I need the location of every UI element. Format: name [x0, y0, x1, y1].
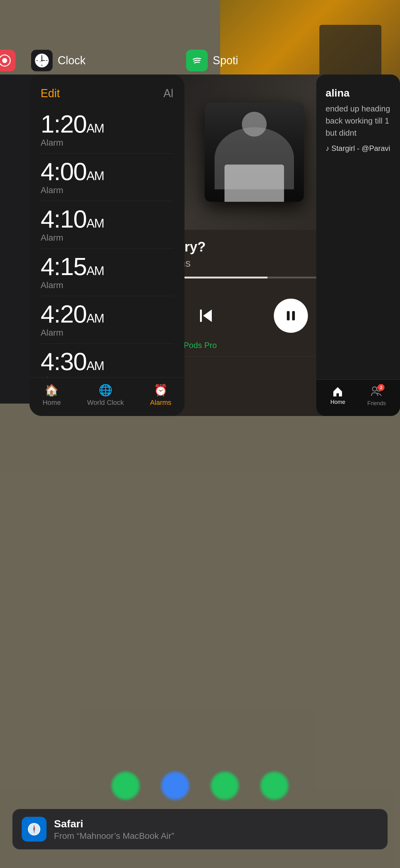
clock-app-name: Clock	[58, 54, 86, 67]
dock-blob-1	[112, 772, 139, 800]
bereal-nav-home[interactable]: Home	[330, 386, 345, 407]
album-art	[205, 102, 304, 202]
pause-button[interactable]	[274, 299, 308, 333]
svg-point-11	[41, 60, 43, 61]
alarm-item-1[interactable]: 1:20AM Alarm	[41, 106, 173, 154]
nav-home[interactable]: 🏠 Home	[42, 384, 61, 407]
section-label: Al	[163, 87, 173, 100]
alarm-item-3[interactable]: 4:10AM Alarm	[41, 201, 173, 249]
clock-app-card[interactable]: Edit Al 1:20AM Alarm 4:00AM Alarm 4:10AM…	[29, 74, 185, 416]
alarm-time-2: 4:00AM	[41, 159, 173, 184]
svg-rect-16	[292, 311, 295, 320]
bereal-card[interactable]: alina ended up heading back working till…	[316, 74, 400, 416]
alarm-list: 1:20AM Alarm 4:00AM Alarm 4:10AM Alarm 4…	[29, 106, 185, 416]
safari-icon	[22, 817, 46, 842]
friends-badge: 2	[378, 384, 385, 391]
dock-blob-4	[261, 772, 288, 800]
alarm-item-2[interactable]: 4:00AM Alarm	[41, 154, 173, 201]
alarm-time-5: 4:20AM	[41, 302, 173, 327]
nav-world-clock[interactable]: 🌐 World Clock	[87, 384, 124, 407]
svg-rect-15	[287, 311, 290, 320]
dock-blob-2	[161, 772, 189, 800]
notification-song: ♪ Stargirl - @Paravi	[326, 144, 391, 153]
portrait-shirt	[225, 164, 284, 202]
notification-username: alina	[326, 87, 391, 99]
drafts-app-label[interactable]	[0, 50, 15, 71]
bereal-nav-friends[interactable]: 2 Friends	[367, 386, 386, 407]
clock-bottom-nav: 🏠 Home 🌐 World Clock ⏰ Alarms	[29, 377, 185, 416]
clock-app-label-row[interactable]: Clock	[31, 50, 86, 71]
spotify-app-label-row[interactable]: Spoti	[186, 50, 238, 71]
alarm-label-3: Alarm	[41, 233, 173, 243]
nav-world-clock-label: World Clock	[87, 399, 124, 407]
alarm-time-3: 4:10AM	[41, 207, 173, 231]
alarm-label-5: Alarm	[41, 328, 173, 338]
alarm-label-1: Alarm	[41, 138, 173, 148]
edit-button[interactable]: Edit	[41, 87, 60, 100]
clock-app-icon	[31, 50, 53, 71]
alarm-label-2: Alarm	[41, 185, 173, 195]
handoff-text: Safari From “Mahnoor’s MacBook Air”	[54, 818, 174, 841]
nav-home-label: Home	[42, 399, 61, 407]
bereal-bottom-nav: Home 2 Friends	[316, 379, 400, 416]
dock-blob-3	[211, 772, 239, 800]
svg-point-29	[33, 829, 35, 830]
spotify-app-name: Spoti	[213, 54, 238, 67]
friends-label: Friends	[367, 400, 386, 407]
svg-point-1	[2, 58, 7, 63]
handoff-subtitle: From “Mahnoor’s MacBook Air”	[54, 831, 174, 841]
clock-header: Edit Al	[29, 74, 185, 106]
bereal-home-label: Home	[330, 399, 345, 405]
handoff-app-name: Safari	[54, 818, 174, 830]
notification-message: ended up heading back working till 1 but…	[326, 103, 391, 139]
svg-point-22	[372, 387, 377, 391]
previous-button[interactable]	[198, 308, 215, 323]
globe-icon: 🌐	[99, 384, 112, 397]
alarm-label-4: Alarm	[41, 280, 173, 290]
svg-rect-14	[200, 310, 202, 322]
dock-area	[0, 772, 400, 800]
handoff-banner[interactable]: Safari From “Mahnoor’s MacBook Air”	[12, 809, 388, 849]
svg-marker-13	[203, 310, 212, 322]
alarm-icon: ⏰	[154, 384, 168, 397]
spotify-icon	[186, 50, 208, 71]
alarm-item-5[interactable]: 4:20AM Alarm	[41, 296, 173, 344]
alarm-time-6: 4:30AM	[41, 349, 173, 374]
alarm-time-4: 4:15AM	[41, 254, 173, 279]
home-icon: 🏠	[45, 384, 59, 397]
nav-alarms-label: Alarms	[150, 399, 171, 407]
alarm-time-1: 1:20AM	[41, 112, 173, 136]
alarm-item-4[interactable]: 4:15AM Alarm	[41, 249, 173, 296]
nav-alarms[interactable]: ⏰ Alarms	[150, 384, 171, 407]
drafts-icon	[0, 50, 15, 71]
notification-area: alina ended up heading back working till…	[316, 74, 400, 159]
